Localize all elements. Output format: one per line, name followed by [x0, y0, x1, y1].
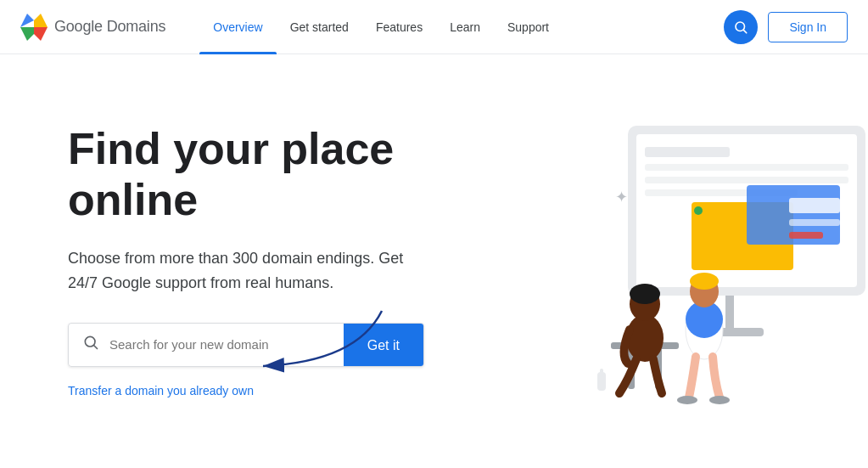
svg-rect-12 — [725, 296, 734, 330]
nav-item-learn[interactable]: Learn — [436, 0, 494, 54]
hero-title: Find your place online — [68, 124, 526, 226]
hero-subtitle: Choose from more than 300 domain endings… — [68, 246, 407, 296]
header-search-button[interactable] — [724, 10, 758, 44]
svg-point-23 — [694, 206, 703, 215]
header-actions: Sign In — [724, 10, 848, 44]
main-nav: Overview Get started Features Learn Supp… — [199, 0, 724, 54]
svg-point-29 — [626, 314, 664, 362]
svg-rect-39 — [600, 369, 603, 374]
svg-marker-0 — [20, 14, 34, 27]
nav-item-support[interactable]: Support — [494, 0, 563, 54]
content-left: Find your place online Choose from more … — [68, 124, 526, 398]
search-input-icon — [82, 334, 99, 355]
svg-marker-2 — [20, 27, 34, 41]
sign-in-button[interactable]: Sign In — [768, 12, 848, 42]
svg-rect-22 — [789, 232, 823, 239]
header: Google Domains Overview Get started Feat… — [0, 0, 868, 54]
logo-text: Google Domains — [54, 18, 165, 36]
svg-rect-21 — [789, 219, 840, 226]
svg-marker-1 — [34, 14, 48, 27]
svg-rect-15 — [645, 164, 848, 171]
svg-point-37 — [709, 396, 730, 404]
search-icon — [733, 20, 748, 35]
logo-area: Google Domains — [20, 14, 165, 41]
svg-line-7 — [94, 346, 98, 349]
svg-marker-3 — [34, 27, 48, 41]
svg-text:✦: ✦ — [615, 189, 628, 206]
svg-rect-14 — [645, 147, 730, 157]
svg-line-5 — [744, 30, 747, 32]
search-input-wrap — [69, 324, 344, 366]
svg-rect-16 — [645, 177, 848, 183]
search-input[interactable] — [109, 337, 330, 352]
main-content: Find your place online Choose from more … — [0, 54, 868, 468]
transfer-domain-link[interactable]: Transfer a domain you already own — [68, 384, 254, 398]
get-it-button[interactable]: Get it — [344, 324, 423, 367]
google-domains-logo-icon — [20, 14, 48, 41]
svg-rect-38 — [597, 372, 606, 391]
nav-item-features[interactable]: Features — [362, 0, 436, 54]
svg-point-35 — [690, 273, 719, 290]
domain-search-area: Get it — [68, 323, 424, 367]
svg-rect-20 — [789, 198, 840, 213]
nav-item-get-started[interactable]: Get started — [277, 0, 362, 54]
svg-point-31 — [630, 284, 660, 304]
svg-point-36 — [677, 396, 697, 404]
nav-item-overview[interactable]: Overview — [199, 0, 276, 54]
hero-illustration: ✦ ✦ — [526, 100, 868, 423]
content-right: ✦ ✦ — [526, 100, 868, 423]
